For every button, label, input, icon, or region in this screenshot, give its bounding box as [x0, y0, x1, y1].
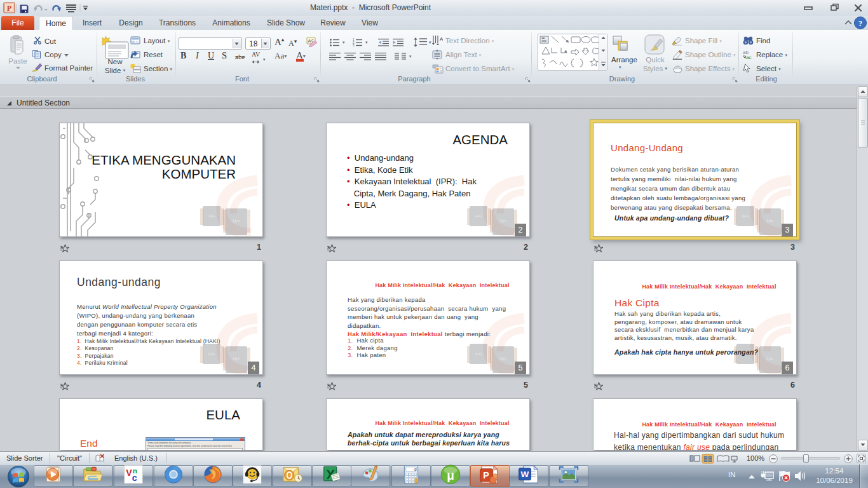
svg-text:c: c: [132, 473, 137, 483]
svg-text:ac: ac: [746, 55, 751, 60]
svg-text:P: P: [483, 470, 489, 480]
svg-text:0: 0: [414, 468, 417, 472]
svg-text:µ: µ: [447, 468, 454, 482]
svg-text:A: A: [440, 36, 443, 42]
svg-text:3: 3: [353, 44, 355, 47]
svg-text:?: ?: [858, 18, 863, 28]
svg-text:W: W: [521, 470, 529, 479]
